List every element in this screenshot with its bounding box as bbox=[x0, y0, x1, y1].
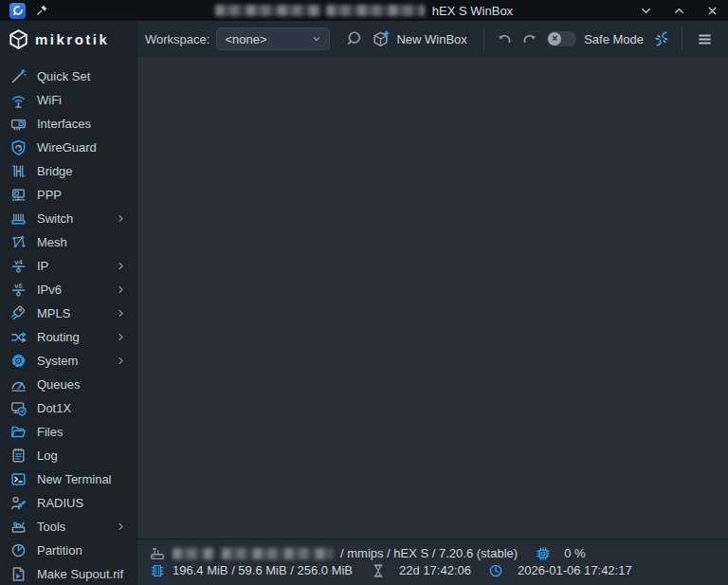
chevron-right-icon bbox=[116, 213, 126, 224]
sidebar-item-queues[interactable]: Queues bbox=[0, 373, 137, 396]
chevron-right-icon bbox=[116, 261, 126, 271]
disconnect-icon[interactable] bbox=[649, 27, 674, 51]
sidebar-item-bridge[interactable]: Bridge bbox=[0, 159, 137, 183]
sidebar-item-label: WireGuard bbox=[37, 140, 97, 155]
safe-mode-toggle[interactable]: × bbox=[547, 31, 576, 46]
sidebar-item-label: PPP bbox=[37, 188, 62, 202]
routing-arrows-icon bbox=[10, 329, 27, 345]
sidebar-item-system[interactable]: System bbox=[0, 349, 137, 373]
sidebar-item-new-terminal[interactable]: New Terminal bbox=[0, 467, 137, 491]
sidebar-item-quick-set[interactable]: Quick Set bbox=[0, 64, 137, 88]
sidebar-item-label: Make Supout.rif bbox=[37, 567, 123, 581]
mikrotik-wordmark: mikrotik bbox=[35, 31, 109, 47]
sidebar-item-log[interactable]: Log bbox=[0, 444, 137, 467]
statusbar-resource-row: 196.4 MiB / 59.6 MiB / 256.0 MiB 22d 17:… bbox=[149, 562, 715, 578]
supout-doc-icon bbox=[10, 566, 27, 582]
svg-text:v4: v4 bbox=[14, 258, 23, 266]
chevron-right-icon bbox=[116, 521, 126, 532]
sidebar-item-partition[interactable]: Partition bbox=[0, 539, 137, 562]
toolbar: Workspace: <none> New WinBox × Safe Mode bbox=[137, 21, 728, 57]
workspace-select[interactable]: <none> bbox=[216, 27, 330, 50]
shield-icon bbox=[10, 139, 27, 155]
find-button[interactable] bbox=[341, 27, 366, 51]
sidebar-item-interfaces[interactable]: Interfaces bbox=[0, 112, 137, 136]
minimize-button[interactable] bbox=[639, 4, 652, 17]
sidebar-item-label: IPv6 bbox=[37, 283, 62, 297]
workspace-label: Workspace: bbox=[145, 32, 209, 46]
sidebar-item-label: Routing bbox=[37, 330, 80, 344]
gauge-icon bbox=[10, 376, 27, 393]
new-winbox-label: New WinBox bbox=[396, 32, 466, 46]
bridge-icon bbox=[10, 163, 27, 179]
folder-icon bbox=[10, 424, 27, 440]
datetime-value: 2026-01-06 17:42:17 bbox=[518, 563, 632, 577]
sidebar-item-label: WiFi bbox=[37, 93, 62, 107]
winbox-window: hEX S WinBox mikrotik Quick Set WiFi Int… bbox=[0, 0, 728, 585]
redo-button[interactable] bbox=[517, 27, 541, 51]
statusbar: / mmips / hEX S / 7.20.6 (stable) 0 % 19… bbox=[137, 539, 728, 585]
sidebar-item-radius[interactable]: RADIUS bbox=[0, 491, 137, 515]
undo-button[interactable] bbox=[492, 27, 517, 51]
sidebar-item-label: System bbox=[37, 354, 78, 368]
chevron-right-icon bbox=[116, 308, 126, 319]
toolbar-separator bbox=[682, 27, 682, 50]
switch-icon bbox=[10, 210, 27, 227]
sidebar-item-label: Interfaces bbox=[37, 117, 91, 131]
sidebar-item-make-supout[interactable]: Make Supout.rif bbox=[0, 562, 137, 585]
device-info-text: / mmips / hEX S / 7.20.6 (stable) bbox=[340, 546, 518, 560]
sidebar-item-tools[interactable]: Tools bbox=[0, 515, 137, 539]
sidebar-item-switch[interactable]: Switch bbox=[0, 207, 137, 230]
sidebar-item-files[interactable]: Files bbox=[0, 420, 137, 444]
sidebar-item-label: New Terminal bbox=[37, 472, 112, 486]
chevron-right-icon bbox=[116, 356, 126, 366]
safe-mode-label: Safe Mode bbox=[584, 32, 644, 46]
wand-icon bbox=[10, 68, 27, 84]
close-button[interactable] bbox=[705, 4, 719, 17]
statusbar-device-row: / mmips / hEX S / 7.20.6 (stable) 0 % bbox=[149, 545, 715, 561]
sidebar-item-ppp[interactable]: PPP bbox=[0, 183, 137, 207]
sidebar-item-label: IP bbox=[37, 259, 48, 273]
sidebar-item-label: Switch bbox=[37, 211, 73, 226]
mesh-nodes-icon bbox=[10, 234, 27, 250]
maximize-button[interactable] bbox=[672, 4, 685, 17]
mikrotik-logo-icon bbox=[9, 29, 28, 49]
router-device-icon bbox=[149, 545, 165, 561]
sidebar-item-label: Files bbox=[37, 425, 63, 439]
sidebar-menu: Quick Set WiFi Interfaces WireGuard Brid… bbox=[0, 57, 137, 585]
sidebar-item-label: Queues bbox=[37, 377, 81, 392]
redacted-identity-text bbox=[222, 548, 333, 559]
sidebar-item-label: Mesh bbox=[37, 235, 67, 249]
sidebar-item-label: Dot1X bbox=[37, 401, 71, 415]
terminal-icon bbox=[10, 471, 27, 487]
sidebar-item-wifi[interactable]: WiFi bbox=[0, 88, 137, 112]
sidebar-item-dot1x[interactable]: Dot1X bbox=[0, 396, 137, 420]
wifi-icon bbox=[10, 92, 27, 108]
pie-chart-icon bbox=[10, 542, 27, 558]
redacted-connection-text bbox=[326, 5, 425, 16]
sidebar-item-routing[interactable]: Routing bbox=[0, 325, 137, 349]
new-winbox-button[interactable]: New WinBox bbox=[372, 30, 466, 48]
sidebar-item-label: MPLS bbox=[37, 306, 70, 320]
redacted-connection-text bbox=[215, 5, 321, 16]
ppp-monitor-icon bbox=[10, 187, 27, 203]
sidebar: mikrotik Quick Set WiFi Interfaces WireG… bbox=[0, 21, 137, 585]
sidebar-item-wireguard[interactable]: WireGuard bbox=[0, 136, 137, 159]
ipv6-icon: v6 bbox=[10, 282, 27, 298]
sidebar-item-ip[interactable]: v4IP bbox=[0, 254, 137, 278]
titlebar: hEX S WinBox bbox=[0, 0, 728, 21]
sidebar-item-mpls[interactable]: MPLS bbox=[0, 302, 137, 325]
toggle-knob-x-icon: × bbox=[548, 32, 561, 46]
sidebar-item-mesh[interactable]: Mesh bbox=[0, 230, 137, 254]
pin-icon[interactable] bbox=[35, 4, 48, 17]
main-content bbox=[137, 57, 728, 539]
chevron-right-icon bbox=[116, 332, 126, 342]
dot1x-shield-icon bbox=[10, 400, 27, 416]
ipv4-icon: v4 bbox=[10, 258, 27, 274]
menu-button[interactable] bbox=[692, 27, 717, 51]
svg-text:v6: v6 bbox=[14, 282, 22, 290]
winbox-app-icon bbox=[9, 3, 26, 19]
toolbar-separator bbox=[483, 27, 484, 50]
sidebar-item-label: Log bbox=[37, 448, 58, 463]
chevron-down-icon bbox=[312, 34, 321, 44]
sidebar-item-ipv6[interactable]: v6IPv6 bbox=[0, 278, 137, 302]
